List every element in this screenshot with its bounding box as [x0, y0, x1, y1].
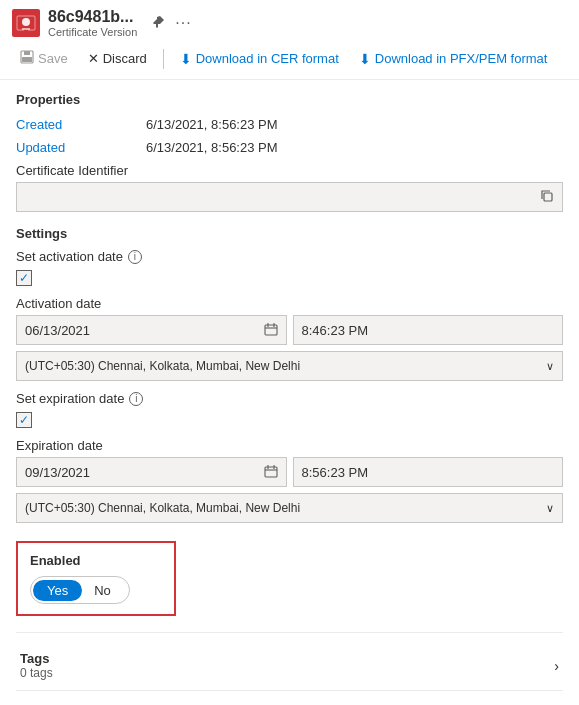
expiration-date-row: 09/13/2021 8:56:23 PM	[16, 457, 563, 487]
enabled-label: Enabled	[30, 553, 162, 568]
expiration-checkbox[interactable]: ✓	[16, 412, 32, 428]
discard-label: Discard	[103, 51, 147, 66]
activation-date-value: 06/13/2021	[25, 323, 90, 338]
svg-rect-8	[265, 325, 277, 335]
expiration-info-icon[interactable]: i	[129, 392, 143, 406]
download-pfx-button[interactable]: ⬇ Download in PFX/PEM format	[351, 47, 556, 71]
svg-rect-6	[22, 57, 32, 62]
tags-count: 0 tags	[20, 666, 53, 680]
discard-icon: ✕	[88, 51, 99, 66]
expiration-date-value: 09/13/2021	[25, 465, 90, 480]
activation-info-icon[interactable]: i	[128, 250, 142, 264]
page-header: 86c9481b... Certificate Version ···	[0, 0, 579, 42]
created-row: Created 6/13/2021, 8:56:23 PM	[16, 117, 563, 132]
activation-date-label: Activation date	[16, 296, 563, 311]
expiration-calendar-icon[interactable]	[264, 464, 278, 481]
expiration-timezone-chevron: ∨	[546, 502, 554, 515]
tags-title: Tags	[20, 651, 53, 666]
tags-chevron-icon: ›	[554, 658, 559, 674]
svg-rect-12	[265, 467, 277, 477]
content-area: Properties Created 6/13/2021, 8:56:23 PM…	[0, 80, 579, 703]
updated-value: 6/13/2021, 8:56:23 PM	[146, 140, 278, 155]
expiration-timezone-value: (UTC+05:30) Chennai, Kolkata, Mumbai, Ne…	[25, 501, 300, 515]
main-divider	[16, 632, 563, 633]
download-pfx-icon: ⬇	[359, 51, 371, 67]
activation-timezone-dropdown[interactable]: (UTC+05:30) Chennai, Kolkata, Mumbai, Ne…	[16, 351, 563, 381]
tags-left: Tags 0 tags	[20, 651, 53, 680]
toolbar: Save ✕ Discard ⬇ Download in CER format …	[0, 42, 579, 80]
updated-label: Updated	[16, 140, 146, 155]
expiration-check-icon: ✓	[19, 413, 29, 427]
set-activation-label: Set activation date i	[16, 249, 563, 264]
set-expiration-label: Set expiration date i	[16, 391, 563, 406]
page-subtitle: Certificate Version	[48, 26, 137, 38]
expiration-time-input[interactable]: 8:56:23 PM	[293, 457, 564, 487]
activation-date-input[interactable]: 06/13/2021	[16, 315, 287, 345]
bottom-divider	[16, 690, 563, 691]
copy-icon[interactable]	[540, 189, 554, 206]
activation-time-input[interactable]: 8:46:23 PM	[293, 315, 564, 345]
cert-identifier-label: Certificate Identifier	[16, 163, 563, 178]
activation-check-icon: ✓	[19, 271, 29, 285]
cert-identifier-input[interactable]	[16, 182, 563, 212]
no-button[interactable]: No	[82, 580, 123, 601]
activation-timezone-value: (UTC+05:30) Chennai, Kolkata, Mumbai, Ne…	[25, 359, 300, 373]
settings-section-title: Settings	[16, 226, 563, 241]
cert-icon	[12, 9, 40, 37]
download-cer-button[interactable]: ⬇ Download in CER format	[172, 47, 347, 71]
pin-icon[interactable]	[149, 13, 167, 34]
tags-row[interactable]: Tags 0 tags ›	[16, 641, 563, 690]
properties-section-title: Properties	[16, 92, 563, 107]
expiration-date-input[interactable]: 09/13/2021	[16, 457, 287, 487]
more-icon[interactable]: ···	[173, 12, 193, 34]
created-value: 6/13/2021, 8:56:23 PM	[146, 117, 278, 132]
save-button[interactable]: Save	[12, 46, 76, 71]
svg-point-1	[22, 18, 30, 26]
expiration-timezone-dropdown[interactable]: (UTC+05:30) Chennai, Kolkata, Mumbai, Ne…	[16, 493, 563, 523]
svg-rect-7	[544, 193, 552, 201]
svg-rect-5	[24, 51, 30, 55]
discard-button[interactable]: ✕ Discard	[80, 47, 155, 70]
activation-checkbox[interactable]: ✓	[16, 270, 32, 286]
yes-button[interactable]: Yes	[33, 580, 82, 601]
activation-time-value: 8:46:23 PM	[302, 323, 369, 338]
activation-timezone-chevron: ∨	[546, 360, 554, 373]
header-text: 86c9481b... Certificate Version	[48, 8, 137, 38]
created-label: Created	[16, 117, 146, 132]
expiration-date-label: Expiration date	[16, 438, 563, 453]
enabled-section: Enabled Yes No	[16, 541, 176, 616]
save-label: Save	[38, 51, 68, 66]
updated-row: Updated 6/13/2021, 8:56:23 PM	[16, 140, 563, 155]
save-icon	[20, 50, 34, 67]
download-pfx-label: Download in PFX/PEM format	[375, 51, 548, 66]
expiration-time-value: 8:56:23 PM	[302, 465, 369, 480]
enabled-toggle[interactable]: Yes No	[30, 576, 130, 604]
download-cer-label: Download in CER format	[196, 51, 339, 66]
toolbar-separator	[163, 49, 164, 69]
activation-calendar-icon[interactable]	[264, 322, 278, 339]
header-actions: ···	[149, 12, 193, 34]
download-cer-icon: ⬇	[180, 51, 192, 67]
activation-date-row: 06/13/2021 8:46:23 PM	[16, 315, 563, 345]
page-title: 86c9481b...	[48, 8, 137, 26]
